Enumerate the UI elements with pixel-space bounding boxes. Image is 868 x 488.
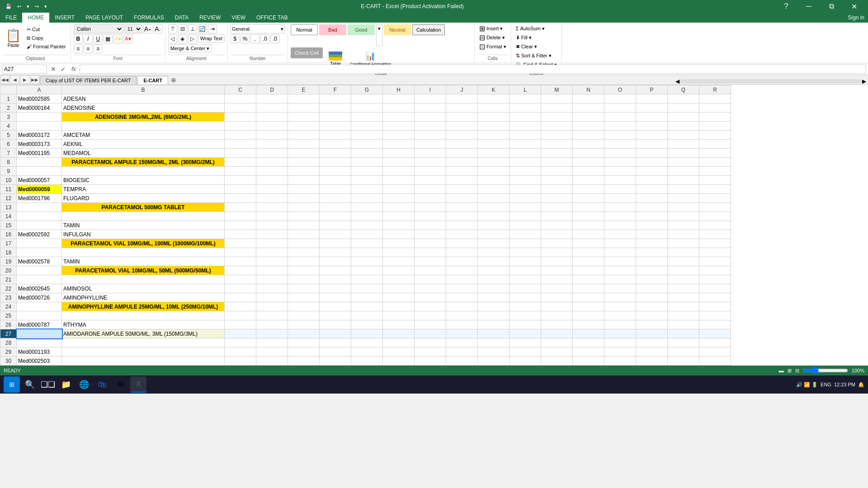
cell-h11[interactable] (383, 185, 415, 194)
cell-m10[interactable] (541, 176, 573, 185)
cell-q23[interactable] (668, 293, 699, 302)
cell-p12[interactable] (636, 194, 668, 203)
col-header-d[interactable]: D (256, 85, 288, 94)
cell-h17[interactable] (383, 239, 415, 248)
cell-i25[interactable] (415, 311, 446, 320)
cell-d24[interactable] (256, 302, 288, 311)
cell-g10[interactable] (351, 176, 383, 185)
search-button[interactable]: 🔍 (22, 376, 38, 393)
cell-n26[interactable] (573, 320, 604, 329)
cell-c16[interactable] (225, 230, 256, 239)
cell-k3[interactable] (478, 113, 509, 122)
cell-f1[interactable] (320, 94, 351, 103)
cell-j26[interactable] (446, 320, 478, 329)
cell-e26[interactable] (288, 320, 320, 329)
cell-b17[interactable]: PARACETAMOL VIAL 10MG/ML, 100ML (1000MG/… (62, 239, 225, 248)
cell-b30[interactable] (62, 357, 225, 366)
cell-h19[interactable] (383, 257, 415, 266)
cell-o1[interactable] (604, 94, 636, 103)
cell-q1[interactable] (668, 94, 699, 103)
font-name-select[interactable]: Calibri (74, 24, 123, 33)
cell-e15[interactable] (288, 221, 320, 230)
cell-h29[interactable] (383, 347, 415, 357)
sheet-tab-copy-list[interactable]: Copy of LIST OF ITEMS PER E-CART (40, 76, 137, 84)
cell-a20[interactable] (17, 266, 62, 275)
cell-a8[interactable] (17, 158, 62, 167)
undo-dropdown-icon[interactable]: ▾ (25, 3, 31, 10)
cell-m20[interactable] (541, 266, 573, 275)
cell-o17[interactable] (604, 239, 636, 248)
cell-m18[interactable] (541, 248, 573, 257)
cell-r28[interactable] (699, 338, 731, 347)
cell-r24[interactable] (699, 302, 731, 311)
cell-c11[interactable] (225, 185, 256, 194)
sort-filter-btn[interactable]: ⇅ Sort & Filter ▾ (514, 52, 553, 60)
cell-f18[interactable] (320, 248, 351, 257)
cell-f19[interactable] (320, 257, 351, 266)
cell-b29[interactable] (62, 347, 225, 357)
cell-i26[interactable] (415, 320, 446, 329)
cell-e10[interactable] (288, 176, 320, 185)
cell-e14[interactable] (288, 212, 320, 221)
cell-l29[interactable] (509, 347, 541, 357)
tab-nav-first-btn[interactable]: ◀◀ (0, 75, 9, 84)
row-header-21[interactable]: 21 (0, 275, 17, 284)
cell-n29[interactable] (573, 347, 604, 357)
cell-o16[interactable] (604, 230, 636, 239)
cell-m4[interactable] (541, 122, 573, 131)
cell-m11[interactable] (541, 185, 573, 194)
cell-k14[interactable] (478, 212, 509, 221)
top-align-btn[interactable]: ⊤ (168, 24, 177, 33)
cell-e5[interactable] (288, 131, 320, 140)
cell-q12[interactable] (668, 194, 699, 203)
cell-b4[interactable] (62, 122, 225, 131)
cell-h18[interactable] (383, 248, 415, 257)
style-expand-btn[interactable]: ▾ (376, 24, 382, 46)
cell-e2[interactable] (288, 103, 320, 113)
cell-h10[interactable] (383, 176, 415, 185)
row-header-16[interactable]: 16 (0, 230, 17, 239)
cell-a17[interactable] (17, 239, 62, 248)
tab-review[interactable]: REVIEW (194, 13, 226, 23)
cell-k2[interactable] (478, 103, 509, 113)
cell-n23[interactable] (573, 293, 604, 302)
cell-n11[interactable] (573, 185, 604, 194)
cell-n24[interactable] (573, 302, 604, 311)
tab-view[interactable]: VIEW (226, 13, 251, 23)
cell-b21[interactable] (62, 275, 225, 284)
cell-l24[interactable] (509, 302, 541, 311)
col-header-a[interactable]: A (17, 85, 62, 94)
cell-q2[interactable] (668, 103, 699, 113)
cell-i23[interactable] (415, 293, 446, 302)
row-header-20[interactable]: 20 (0, 266, 17, 275)
redo-icon[interactable]: ↪ (33, 3, 41, 10)
cell-a10[interactable]: Med0000057 (17, 176, 62, 185)
cell-r13[interactable] (699, 203, 731, 212)
cell-c6[interactable] (225, 140, 256, 149)
cell-j29[interactable] (446, 347, 478, 357)
right-btn[interactable]: ▷ (188, 34, 197, 43)
cell-o3[interactable] (604, 113, 636, 122)
cell-j23[interactable] (446, 293, 478, 302)
cell-l8[interactable] (509, 158, 541, 167)
cell-a4[interactable] (17, 122, 62, 131)
cell-f4[interactable] (320, 122, 351, 131)
underline-button[interactable]: U (94, 34, 103, 43)
spreadsheet-grid[interactable]: A B C D E F G H I J K L M N O P Q (0, 85, 868, 366)
cell-j15[interactable] (446, 221, 478, 230)
cell-m28[interactable] (541, 338, 573, 347)
cell-n12[interactable] (573, 194, 604, 203)
cell-f25[interactable] (320, 311, 351, 320)
cell-i3[interactable] (415, 113, 446, 122)
center-btn[interactable]: ◈ (178, 34, 187, 43)
cell-m5[interactable] (541, 131, 573, 140)
cell-q6[interactable] (668, 140, 699, 149)
cell-h20[interactable] (383, 266, 415, 275)
cell-k1[interactable] (478, 94, 509, 103)
cell-b13[interactable]: PARACETAMOL 500MG TABLET (62, 203, 225, 212)
cell-n17[interactable] (573, 239, 604, 248)
cell-k19[interactable] (478, 257, 509, 266)
cell-j20[interactable] (446, 266, 478, 275)
cell-p22[interactable] (636, 284, 668, 293)
cell-r11[interactable] (699, 185, 731, 194)
